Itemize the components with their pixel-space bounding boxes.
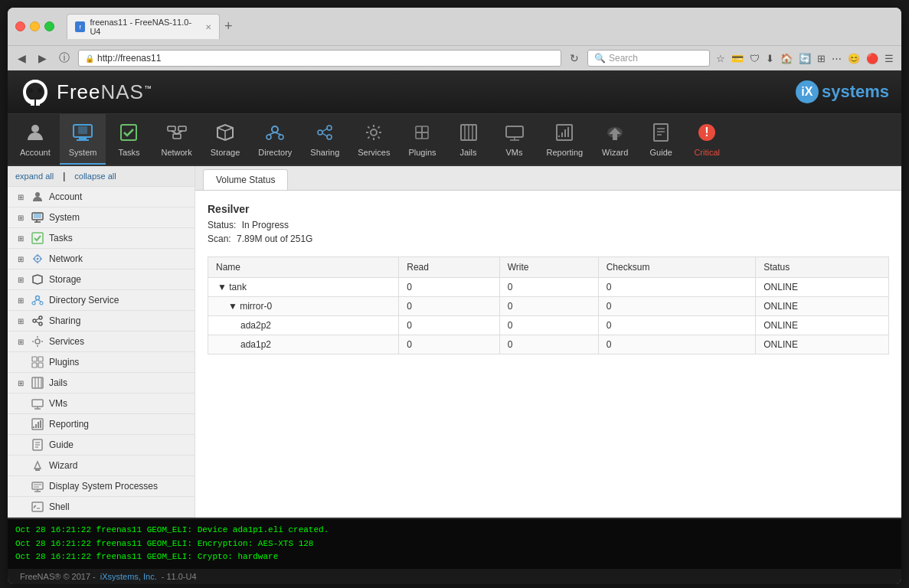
write-cell-mirror0[interactable]: 0: [499, 297, 598, 316]
svg-rect-9: [121, 125, 136, 140]
sidebar-item-account[interactable]: ⊞ Account: [8, 187, 195, 207]
sidebar-item-tasks[interactable]: ⊞ Tasks: [8, 228, 195, 249]
info-button[interactable]: ⓘ: [55, 50, 74, 67]
read-cell-tank[interactable]: 0: [399, 278, 499, 297]
freenas-logo: FreeNAS™: [20, 77, 152, 107]
freenas-app: FreeNAS™ iX systems Account System: [8, 70, 901, 584]
sidebar-item-services[interactable]: ⊞ Services: [8, 332, 195, 352]
freenas-logo-icon: [20, 77, 51, 107]
expand-icon-tasks: ⊞: [15, 233, 26, 243]
nav-item-reporting[interactable]: Reporting: [538, 114, 593, 165]
nav-item-tasks[interactable]: Tasks: [106, 114, 152, 165]
checksum-cell-tank[interactable]: 0: [598, 278, 756, 297]
forward-button[interactable]: ▶: [34, 51, 51, 66]
nav-item-directory[interactable]: Directory: [249, 114, 301, 165]
bookmark-icon[interactable]: ☆: [714, 51, 727, 66]
back-button[interactable]: ◀: [14, 51, 30, 66]
read-cell-mirror0[interactable]: 0: [399, 297, 499, 316]
sidebar-item-system[interactable]: ⊞ System: [8, 207, 195, 228]
search-placeholder: Search: [609, 53, 638, 64]
svg-point-18: [279, 135, 283, 139]
dots-icon[interactable]: ⋯: [830, 51, 843, 66]
nav-label-jails: Jails: [460, 148, 477, 157]
nav-item-jails[interactable]: Jails: [446, 114, 492, 165]
checksum-cell-ada1p2[interactable]: 0: [598, 335, 756, 354]
footer-company-link[interactable]: iXsystems, Inc.: [100, 572, 157, 581]
write-cell-ada1p2[interactable]: 0: [499, 335, 598, 354]
sidebar-item-display-system-processes[interactable]: ⊞ Display System Processes: [8, 476, 195, 497]
read-cell-ada1p2[interactable]: 0: [399, 335, 499, 354]
checksum-cell-ada2p2[interactable]: 0: [598, 316, 756, 335]
svg-rect-28: [422, 126, 428, 132]
shield-icon[interactable]: 🛡: [748, 51, 761, 66]
collapse-all-button[interactable]: collapse all: [74, 171, 116, 181]
sidebar-display-processes-label: Display System Processes: [49, 481, 158, 492]
checksum-cell-mirror0[interactable]: 0: [598, 297, 756, 316]
sidebar-item-shell[interactable]: ⊞ Shell: [8, 497, 195, 518]
reporting-nav-icon: [552, 120, 577, 145]
nav-item-vms[interactable]: VMs: [492, 114, 538, 165]
nav-item-plugins[interactable]: Plugins: [399, 114, 445, 165]
svg-rect-44: [613, 134, 617, 140]
sidebar-item-sharing[interactable]: ⊞ Sharing: [8, 311, 195, 332]
svg-line-20: [275, 132, 281, 135]
menu-icon[interactable]: ☰: [883, 51, 895, 66]
nav-item-services[interactable]: Services: [348, 114, 399, 165]
nav-item-system[interactable]: System: [60, 114, 106, 165]
close-button[interactable]: [15, 21, 25, 31]
ix-badge: iX: [796, 80, 819, 103]
nav-item-network[interactable]: Network: [152, 114, 201, 165]
sidebar-item-reporting[interactable]: ⊞ Reporting: [8, 414, 195, 435]
address-bar[interactable]: 🔒 http://freenas11: [78, 50, 561, 67]
display-system-sidebar-icon: [31, 479, 44, 493]
refresh-button[interactable]: ↻: [566, 51, 583, 66]
name-cell-mirror0: ▼ mirror-0: [208, 297, 399, 316]
svg-rect-77: [38, 363, 43, 368]
emoji-icon[interactable]: 😊: [846, 51, 862, 66]
sidebar-item-storage[interactable]: ⊞ Storage: [8, 270, 195, 290]
write-cell-tank[interactable]: 0: [499, 278, 598, 297]
vpn-icon[interactable]: 🔴: [865, 51, 880, 66]
volume-status-tab[interactable]: Volume Status: [203, 169, 288, 190]
sidebar-item-wizard[interactable]: ⊞ Wizard: [8, 456, 195, 476]
sidebar-sharing-label: Sharing: [49, 315, 80, 326]
directory-nav-icon: [263, 120, 287, 145]
nav-item-critical[interactable]: ! Critical: [684, 114, 730, 165]
nav-item-guide[interactable]: Guide: [638, 114, 684, 165]
tab-close-button[interactable]: ✕: [205, 23, 211, 31]
expand-all-button[interactable]: expand all: [15, 171, 54, 181]
sidebar-item-directory-service[interactable]: ⊞ Directory Service: [8, 290, 195, 311]
search-bar[interactable]: 🔍 Search: [587, 50, 710, 67]
minimize-button[interactable]: [30, 21, 40, 31]
content-body: Resilver Status: In Progress Scan: 7.89M…: [195, 191, 901, 367]
svg-point-73: [35, 339, 40, 344]
nav-item-wizard[interactable]: Wizard: [592, 114, 638, 165]
nav-item-storage[interactable]: Storage: [201, 114, 250, 165]
sidebar-item-plugins[interactable]: ⊞ Plugins: [8, 352, 195, 373]
wallet-icon[interactable]: 💳: [730, 51, 745, 66]
sidebar-item-vms[interactable]: ⊞ VMs: [8, 394, 195, 414]
search-icon: 🔍: [594, 53, 606, 64]
nav-item-account[interactable]: Account: [11, 114, 60, 165]
write-cell-ada2p2[interactable]: 0: [499, 316, 598, 335]
nav-label-critical: Critical: [694, 148, 720, 157]
read-cell-ada2p2[interactable]: 0: [399, 316, 499, 335]
col-header-status: Status: [756, 257, 889, 278]
sidebar-item-network[interactable]: ⊞ Network: [8, 249, 195, 270]
network-sidebar-icon: [31, 252, 44, 266]
svg-rect-7: [79, 137, 87, 139]
download-icon[interactable]: ⬇: [764, 51, 776, 66]
nav-label-network: Network: [161, 148, 191, 157]
expand-icon-network: ⊞: [15, 253, 26, 264]
browser-tab[interactable]: f freenas11 - FreeNAS-11.0-U4 ✕: [67, 14, 220, 39]
new-tab-button[interactable]: +: [220, 18, 237, 34]
home-icon[interactable]: 🏠: [779, 51, 794, 66]
maximize-button[interactable]: [44, 21, 54, 31]
nav-item-sharing[interactable]: Sharing: [301, 114, 348, 165]
grid-icon[interactable]: ⊞: [816, 51, 827, 66]
sidebar-reporting-label: Reporting: [49, 419, 89, 430]
sync-icon[interactable]: 🔄: [797, 51, 813, 66]
resilver-scan: Scan: 7.89M out of 251G: [208, 234, 889, 244]
sidebar-item-jails[interactable]: ⊞ Jails: [8, 373, 195, 394]
sidebar-item-guide[interactable]: ⊞ Guide: [8, 435, 195, 456]
